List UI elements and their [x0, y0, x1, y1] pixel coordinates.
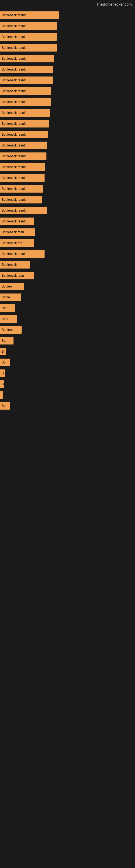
result-bar: Bottlen [0, 283, 24, 290]
result-bar: B [0, 348, 6, 355]
bar-row: Bottleneck result [0, 151, 135, 161]
result-bar: Bottl [0, 315, 17, 323]
bar-row: Bot [0, 336, 135, 346]
bar-label: Bottleneck result [2, 57, 26, 61]
result-bar: Bottleneck result [0, 207, 47, 214]
bar-label: Bot [2, 306, 6, 310]
result-bar: Bottleneck result [0, 152, 46, 160]
bar-row: Bo [0, 358, 135, 367]
bar-row: Bottleneck result [0, 32, 135, 42]
result-bar: Bottleneck result [0, 98, 51, 106]
result-bar: Bottleneck result [0, 44, 57, 52]
bar-row: Bottleneck result [0, 206, 135, 215]
bar-label: Bot [2, 339, 6, 343]
bar-row: Bottleneck res [0, 238, 135, 248]
bar-label: Bottleneck result [2, 209, 26, 212]
result-bar: B [0, 380, 4, 388]
bar-label: Bottl [2, 317, 8, 321]
bar-row: Bottleneck result [0, 195, 135, 205]
bar-label: B [2, 382, 4, 386]
bars-container: Bottleneck resultBottleneck resultBottle… [0, 8, 135, 414]
bar-row: B [0, 347, 135, 356]
bar-label: Bottleneck result [2, 187, 26, 191]
bar-label: Bottleneck result [2, 67, 26, 71]
bar-row: Bottleneck result [0, 141, 135, 150]
result-bar: Bottleneck resu [0, 272, 34, 279]
bar-label: Bottleneck result [2, 79, 26, 82]
bar-label: Bottlene [2, 328, 13, 332]
bar-row: B [0, 368, 135, 378]
site-title: TheBottlenecker.com [0, 0, 135, 8]
bar-label: Bottleneck resu [2, 230, 24, 234]
bar-row: B [0, 379, 135, 389]
bar-label: Bottleneck result [2, 198, 26, 202]
bar-label: Bottleneck result [2, 133, 26, 136]
bar-row: Bottleneck result [0, 97, 135, 107]
bar-label: Bottleneck result [2, 165, 26, 169]
result-bar: Bottleneck result [0, 250, 45, 258]
bar-row: Bottleneck result [0, 216, 135, 226]
bar-row: Bot [0, 303, 135, 313]
bar-label: Bottleneck resu [2, 274, 24, 278]
result-bar: Bottleneck result [0, 163, 45, 171]
bar-label: B [2, 371, 4, 375]
bar-label: Bottleneck result [2, 176, 26, 180]
bar-label: Bottleneck res [2, 241, 22, 245]
bar-label: Bottleneck result [2, 46, 26, 50]
bar-row: Bottleneck result [0, 43, 135, 53]
bar-row: Bottlene [0, 325, 135, 335]
bar-row: Bottlen [0, 282, 135, 291]
bar-label: B [2, 350, 4, 353]
bar-row: Bo [0, 401, 135, 411]
result-bar: Bottleneck result [0, 66, 53, 73]
result-bar: Bottleneck result [0, 142, 47, 149]
bar-row: Bottleneck resu [0, 227, 135, 237]
bar-row: Bottleneck result [0, 86, 135, 96]
result-bar: Bottlene [0, 326, 21, 334]
bar-label: Bottleneck result [2, 89, 26, 93]
result-bar: Bottleneck result [0, 131, 48, 138]
result-bar: Bo [0, 402, 10, 410]
result-bar: Bottleneck result [0, 218, 34, 225]
bar-label: Bo [2, 404, 6, 408]
bar-label: Bottleneck result [2, 122, 26, 126]
bar-row: Bottleneck result [0, 21, 135, 31]
bar-row: Bottleneck result [0, 108, 135, 118]
bar-label: Bottleneck result [2, 111, 26, 115]
bar-row: Bottleneck result [0, 54, 135, 63]
result-bar: B [0, 369, 5, 377]
bar-row: Bottle [0, 292, 135, 302]
result-bar: Bottleneck result [0, 22, 57, 30]
bar-row: I [0, 390, 135, 400]
result-bar: Bottleneck result [0, 87, 51, 95]
bar-row: Bottleneck result [0, 130, 135, 140]
bar-label: Bottleneck result [2, 144, 26, 147]
bar-label: Bottleneck [2, 263, 17, 267]
result-bar: Bottleneck result [0, 11, 59, 19]
bar-label: Bottle [2, 296, 10, 299]
bar-row: Bottl [0, 314, 135, 324]
bar-label: Bottleneck result [2, 35, 26, 39]
result-bar: Bottleneck result [0, 55, 54, 62]
result-bar: Bottleneck result [0, 120, 49, 127]
bar-label: I [2, 393, 2, 397]
bar-label: Bo [2, 361, 6, 364]
result-bar: Bottleneck result [0, 33, 57, 41]
bar-row: Bottleneck result [0, 173, 135, 183]
result-bar: Bottle [0, 293, 21, 301]
bar-label: Bottleneck result [2, 154, 26, 158]
result-bar: Bo [0, 359, 10, 366]
result-bar: Bottleneck res [0, 239, 34, 247]
result-bar: Bottleneck result [0, 174, 45, 182]
result-bar: Bottleneck [0, 261, 30, 269]
bar-row: Bottleneck result [0, 119, 135, 129]
bar-row: Bottleneck result [0, 65, 135, 74]
result-bar: Bottleneck resu [0, 228, 35, 236]
bar-row: Bottleneck result [0, 10, 135, 20]
result-bar: Bot [0, 304, 15, 312]
result-bar: Bottleneck result [0, 185, 43, 193]
bar-row: Bottleneck result [0, 162, 135, 172]
bar-label: Bottleneck result [2, 24, 26, 28]
bar-label: Bottlen [2, 284, 12, 288]
bar-row: Bottleneck result [0, 184, 135, 194]
